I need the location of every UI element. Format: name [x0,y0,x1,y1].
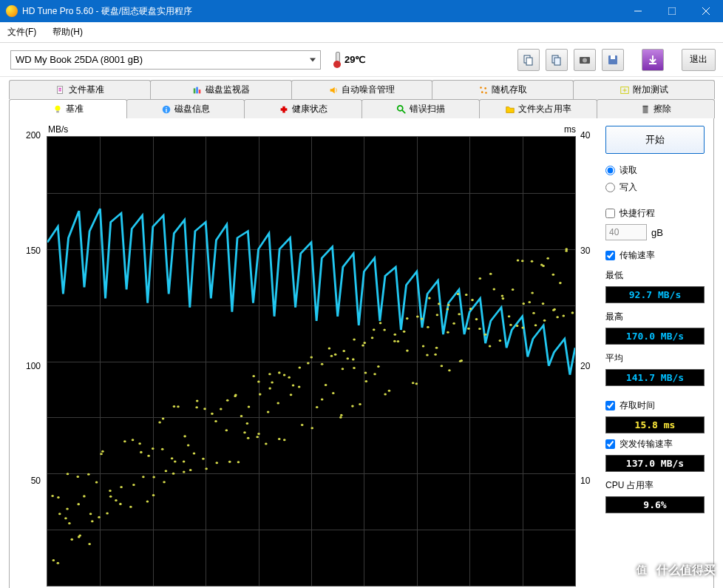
svg-point-178 [448,369,451,371]
exit-button[interactable]: 退出 [682,49,716,71]
svg-point-225 [556,316,559,318]
svg-point-170 [421,317,424,320]
svg-point-70 [162,417,165,419]
save-button[interactable] [602,49,624,71]
svg-point-66 [147,455,150,457]
screenshot-button[interactable] [574,49,596,71]
svg-point-169 [415,382,418,385]
svg-point-18 [485,87,487,89]
read-radio[interactable]: 读取 [605,164,705,177]
copy-data-button[interactable] [546,49,568,71]
svg-point-152 [362,345,364,347]
svg-point-177 [428,297,431,300]
tabs-row-1: 文件基准磁盘监视器自动噪音管理随机存取附加测试 [9,80,714,99]
maximize-button[interactable] [655,0,689,22]
start-button[interactable]: 开始 [605,126,705,154]
app-icon [6,5,18,17]
svg-point-191 [467,328,470,330]
minimize-button[interactable] [621,0,655,22]
svg-point-128 [307,362,310,365]
svg-point-229 [571,311,574,314]
tab-health[interactable]: 健康状态 [244,99,362,118]
burst-checkbox[interactable]: 突发传输速率 [605,438,705,450]
svg-point-52 [100,453,103,455]
write-radio[interactable]: 写入 [605,181,705,194]
cpu-value: 9.6% [605,496,705,513]
svg-point-120 [278,438,281,440]
svg-point-91 [205,467,208,470]
tab-file-bench[interactable]: 文件基准 [9,80,151,99]
svg-point-22 [55,105,61,110]
tab-folder[interactable]: 文件夹占用率 [479,99,597,118]
svg-point-132 [321,363,324,365]
svg-point-42 [88,543,91,545]
download-button[interactable] [642,49,664,71]
svg-point-65 [140,451,143,453]
copy-text-button[interactable] [517,49,540,71]
svg-point-172 [427,326,430,328]
svg-point-123 [288,376,291,379]
svg-point-88 [196,400,199,402]
tab-extra[interactable]: 附加测试 [573,80,715,99]
svg-point-210 [531,291,534,294]
chart: MB/s 20015010050 ms 40302010 [14,126,598,587]
tab-random[interactable]: 随机存取 [432,80,574,99]
svg-point-104 [246,422,249,425]
svg-point-107 [257,433,260,435]
watermark: 值 什么值得买 [631,560,716,581]
access-checkbox[interactable]: 存取时间 [605,399,705,412]
svg-point-134 [325,384,327,386]
svg-point-55 [109,496,112,498]
tab-speaker[interactable]: 自动噪音管理 [291,80,433,99]
svg-point-117 [268,373,271,375]
tab-bulb[interactable]: 基准 [9,99,127,118]
svg-point-148 [353,339,356,341]
svg-point-175 [438,303,441,305]
tab-erase[interactable]: 擦除 [597,99,715,118]
svg-point-189 [460,359,463,362]
close-button[interactable] [689,0,723,22]
svg-point-196 [484,334,487,336]
svg-point-100 [237,461,240,463]
svg-point-214 [543,320,546,322]
access-value: 15.8 ms [605,416,705,433]
svg-point-98 [228,461,231,463]
svg-point-155 [373,328,376,331]
svg-point-105 [240,415,243,417]
tab-info[interactable]: i磁盘信息 [126,99,245,118]
shortstroke-checkbox[interactable]: 快捷行程 [605,207,705,220]
svg-point-158 [384,393,387,395]
svg-point-149 [351,405,354,408]
svg-point-90 [203,408,206,410]
svg-point-125 [298,386,301,388]
svg-point-137 [328,347,331,349]
menu-file[interactable]: 文件(F) [4,24,39,40]
svg-point-106 [257,380,260,382]
transfer-checkbox[interactable]: 传输速率 [605,249,705,262]
svg-point-130 [310,356,313,358]
svg-point-115 [271,381,274,383]
svg-point-166 [406,317,409,320]
svg-point-59 [123,440,126,442]
svg-point-82 [189,469,192,471]
menu-help[interactable]: 帮助(H) [50,24,86,40]
random-icon [478,85,489,95]
avg-label: 平均 [605,352,705,365]
svg-point-144 [347,357,350,359]
svg-point-201 [501,294,504,297]
svg-point-221 [542,265,545,267]
svg-point-92 [211,413,214,415]
svg-point-41 [67,473,69,475]
svg-point-116 [267,410,270,413]
svg-point-122 [290,393,293,396]
speaker-icon [328,85,339,95]
shortstroke-input[interactable] [605,224,647,240]
tab-scan[interactable]: 错误扫描 [362,99,480,118]
svg-point-87 [193,453,196,455]
svg-point-113 [256,436,259,438]
svg-point-183 [452,322,455,325]
svg-point-46 [95,481,98,484]
drive-select[interactable]: WD My Book 25DA (8001 gB) [10,50,321,70]
tab-monitor[interactable]: 磁盘监视器 [150,80,292,99]
svg-point-35 [68,522,71,524]
